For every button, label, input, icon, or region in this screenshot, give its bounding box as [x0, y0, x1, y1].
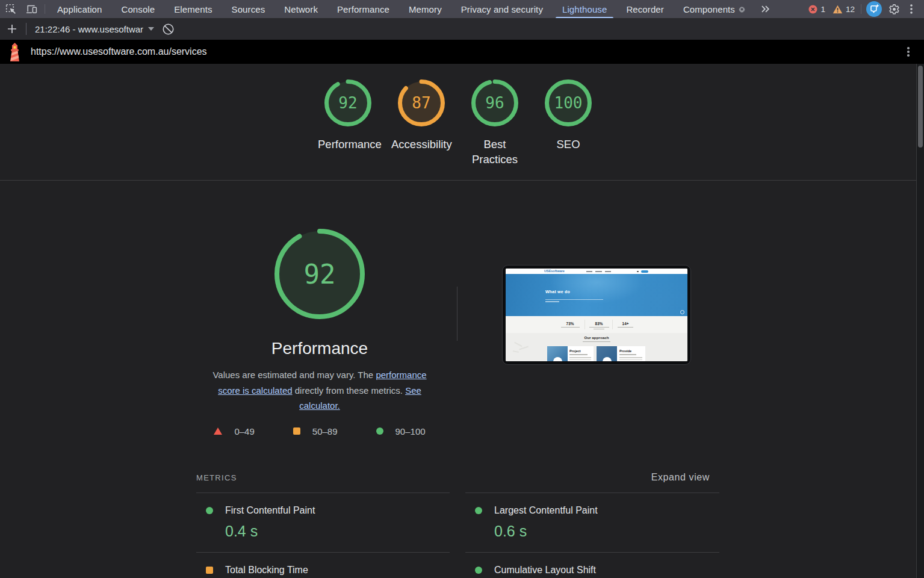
column-divider	[457, 287, 457, 341]
legend-pass: 90–100	[376, 426, 426, 437]
best-practices-gauge: 96	[471, 79, 518, 126]
tab-privacy-and-security[interactable]: Privacy and security	[451, 0, 553, 18]
performance-description: Values are estimated and may vary. The p…	[205, 367, 435, 414]
report-select-value: 21:22:46 - www.usesoftwar	[35, 24, 143, 34]
console-errors-badge[interactable]: 1	[808, 5, 825, 14]
tab-performance[interactable]: Performance	[327, 0, 399, 18]
tab-application[interactable]: Application	[48, 0, 111, 18]
card-caption-line	[569, 357, 591, 358]
tab-elements[interactable]: Elements	[164, 0, 222, 18]
site-nav-item	[605, 271, 611, 272]
metric-row: Total Blocking Time	[206, 565, 450, 576]
performance-score-gauge[interactable]: 92	[274, 229, 365, 322]
card-caption-line	[569, 359, 591, 361]
stat-value: 83%	[595, 322, 603, 326]
console-warnings-badge[interactable]: 12	[833, 5, 855, 14]
seo-gauge: 100	[545, 79, 592, 126]
score-best-practices[interactable]: 96 Best Practices	[458, 79, 532, 180]
legend-average: 50–89	[293, 426, 338, 437]
stat-caption-line	[594, 329, 604, 329]
pass-circle-icon	[206, 507, 213, 514]
report-topbar: https://www.usesoftware.com.au/services	[0, 40, 924, 64]
card-caption-line	[619, 357, 642, 358]
scrollbar-thumb[interactable]	[918, 66, 923, 148]
metric-total-blocking-time[interactable]: Total Blocking Time	[196, 552, 450, 578]
pass-circle-icon	[376, 427, 383, 435]
metric-row: Largest Contentful Paint	[475, 505, 719, 516]
new-report-plus-icon[interactable]	[2, 18, 22, 40]
devtools-tabs: Application Console Elements Sources Net…	[48, 0, 777, 18]
report-menu-kebab-icon[interactable]	[904, 45, 913, 59]
hero-text-line	[545, 299, 603, 300]
sketch-doodle	[514, 342, 522, 347]
clear-reports-block-icon[interactable]	[158, 18, 178, 40]
metric-largest-contentful-paint[interactable]: Largest Contentful Paint 0.6 s	[465, 493, 719, 552]
hero-text-line	[545, 301, 559, 302]
approach-title: Our approach	[549, 335, 643, 340]
tab-lighthouse[interactable]: Lighthouse	[553, 0, 616, 18]
device-toolbar-icon[interactable]	[21, 0, 42, 18]
metric-first-contentful-paint[interactable]: First Contentful Paint 0.4 s	[196, 493, 450, 552]
site-stats-band: 73% 83% 14+	[506, 316, 687, 333]
final-screenshot-thumbnail: USEsoftware What we do 73%	[502, 265, 691, 365]
card-caption-line	[569, 354, 588, 355]
devtools-menu-kebab-icon[interactable]	[904, 0, 919, 18]
score-accessibility[interactable]: 87 Accessibility	[385, 79, 458, 180]
svg-text:100: 100	[554, 94, 583, 112]
warning-icon	[833, 5, 843, 14]
score-performance[interactable]: 92 Performance	[311, 79, 385, 180]
gear-icon	[739, 4, 745, 14]
more-tabs-button[interactable]	[755, 0, 777, 18]
metric-row: Cumulative Layout Shift	[475, 565, 719, 576]
performance-summary-column: 92 Performance Values are estimated and …	[193, 181, 447, 437]
metric-row: First Contentful Paint	[206, 505, 450, 516]
card-image	[547, 346, 568, 361]
tab-network[interactable]: Network	[274, 0, 327, 18]
lighthouse-report: 92 Performance 87 Accessibility 96 Best	[0, 64, 924, 578]
card-caption-line	[619, 354, 636, 355]
devtools-tabbar: Application Console Elements Sources Net…	[0, 0, 924, 18]
tab-memory[interactable]: Memory	[399, 0, 451, 18]
metrics-header: METRICS Expand view	[196, 472, 710, 483]
site-nav-item	[586, 271, 592, 272]
card-image	[597, 346, 617, 361]
card-title: Project	[569, 349, 581, 353]
report-scrollbar[interactable]	[916, 64, 924, 578]
tab-console[interactable]: Console	[111, 0, 164, 18]
error-icon	[808, 5, 817, 14]
card-caption-line	[619, 359, 642, 361]
report-history-select[interactable]: 21:22:46 - www.usesoftwar	[35, 24, 154, 34]
metrics-heading: METRICS	[196, 473, 237, 482]
error-count: 1	[820, 5, 825, 14]
svg-text:92: 92	[338, 94, 357, 112]
report-url-link[interactable]: https://www.usesoftware.com.au/services	[31, 46, 207, 57]
stat-divider	[612, 320, 613, 329]
metrics-grid: First Contentful Paint 0.4 s Largest Con…	[196, 493, 719, 578]
pass-circle-icon	[475, 507, 482, 514]
ai-assistance-button[interactable]	[864, 0, 884, 18]
site-cta-pill	[641, 270, 648, 273]
score-seo[interactable]: 100 SEO	[532, 79, 605, 180]
site-hero: What we do	[506, 274, 687, 316]
performance-category-section: 92 Performance Values are estimated and …	[0, 181, 916, 464]
tab-sources[interactable]: Sources	[222, 0, 275, 18]
tab-recorder[interactable]: Recorder	[616, 0, 674, 18]
approach-caption-line	[583, 341, 610, 342]
site-search-dot	[637, 271, 639, 273]
tab-components[interactable]: Components	[674, 0, 755, 18]
expand-view-button[interactable]: Expand view	[651, 472, 710, 483]
toolbar-separator	[45, 4, 45, 14]
site-nav-item	[595, 271, 602, 272]
stat-divider	[584, 320, 585, 329]
toolbar-separator	[26, 23, 26, 35]
average-square-icon	[293, 427, 300, 435]
toolbar-separator	[861, 4, 861, 14]
svg-text:96: 96	[485, 94, 504, 112]
settings-gear-icon[interactable]	[884, 0, 904, 18]
scores-summary: 92 Performance 87 Accessibility 96 Best	[0, 64, 916, 181]
performance-gauge: 92	[324, 79, 371, 126]
metric-cumulative-layout-shift[interactable]: Cumulative Layout Shift	[465, 552, 719, 578]
inspect-element-icon[interactable]	[0, 0, 21, 18]
website-screenshot: USEsoftware What we do 73%	[506, 269, 687, 361]
svg-text:92: 92	[304, 259, 336, 290]
